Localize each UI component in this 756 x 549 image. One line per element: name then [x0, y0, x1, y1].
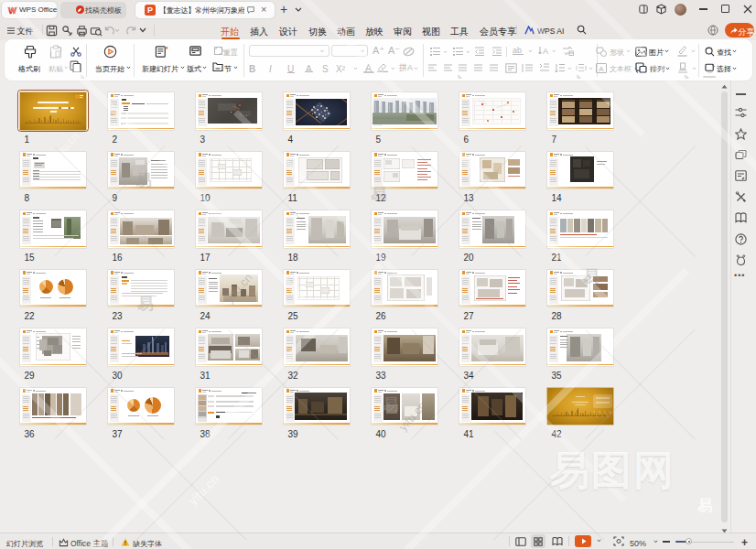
svg-text:A: A	[543, 47, 548, 56]
